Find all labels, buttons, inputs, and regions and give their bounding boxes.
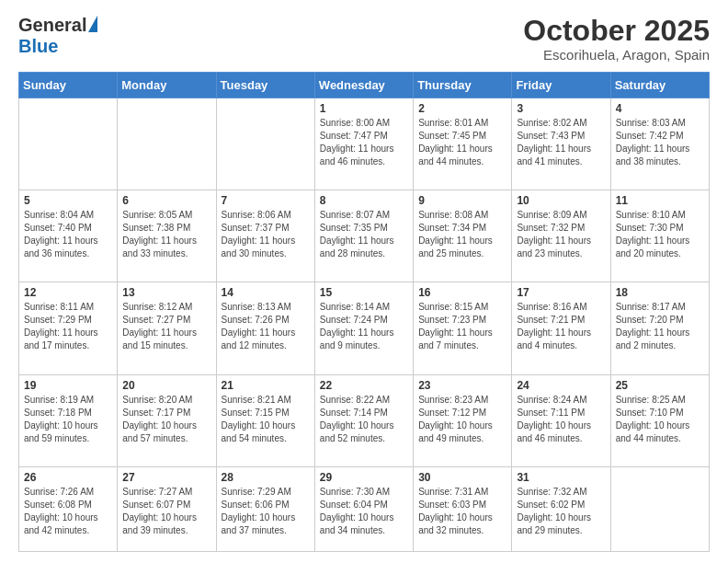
calendar-cell-5-5: 30Sunrise: 7:31 AM Sunset: 6:03 PM Dayli… [414, 466, 512, 551]
day-number: 3 [517, 102, 605, 115]
calendar-cell-4-7: 25Sunrise: 8:25 AM Sunset: 7:10 PM Dayli… [610, 374, 709, 466]
calendar-cell-3-5: 16Sunrise: 8:15 AM Sunset: 7:23 PM Dayli… [414, 282, 512, 374]
day-number: 20 [122, 379, 210, 392]
calendar-header-row: SundayMondayTuesdayWednesdayThursdayFrid… [19, 73, 710, 98]
day-number: 28 [222, 471, 310, 484]
calendar-cell-5-2: 27Sunrise: 7:27 AM Sunset: 6:07 PM Dayli… [118, 466, 216, 551]
day-number: 22 [320, 379, 408, 392]
calendar-cell-3-7: 18Sunrise: 8:17 AM Sunset: 7:20 PM Dayli… [610, 282, 709, 374]
day-info: Sunrise: 8:22 AM Sunset: 7:14 PM Dayligh… [320, 394, 408, 445]
calendar-cell-4-5: 23Sunrise: 8:23 AM Sunset: 7:12 PM Dayli… [414, 374, 512, 466]
day-header-tuesday: Tuesday [216, 73, 314, 98]
day-info: Sunrise: 8:13 AM Sunset: 7:26 PM Dayligh… [222, 301, 310, 352]
calendar-cell-1-5: 2Sunrise: 8:01 AM Sunset: 7:45 PM Daylig… [414, 98, 512, 190]
day-info: Sunrise: 8:12 AM Sunset: 7:27 PM Dayligh… [122, 301, 210, 352]
calendar-cell-2-5: 9Sunrise: 8:08 AM Sunset: 7:34 PM Daylig… [414, 190, 512, 282]
day-info: Sunrise: 8:19 AM Sunset: 7:18 PM Dayligh… [24, 394, 112, 445]
day-info: Sunrise: 8:02 AM Sunset: 7:43 PM Dayligh… [517, 117, 605, 168]
calendar-cell-2-4: 8Sunrise: 8:07 AM Sunset: 7:35 PM Daylig… [314, 190, 413, 282]
logo-general: General [18, 15, 86, 36]
day-info: Sunrise: 8:09 AM Sunset: 7:32 PM Dayligh… [517, 209, 605, 260]
day-info: Sunrise: 7:30 AM Sunset: 6:04 PM Dayligh… [320, 486, 408, 537]
day-number: 25 [616, 379, 704, 392]
day-info: Sunrise: 7:32 AM Sunset: 6:02 PM Dayligh… [517, 486, 605, 537]
calendar-cell-4-1: 19Sunrise: 8:19 AM Sunset: 7:18 PM Dayli… [19, 374, 118, 466]
day-number: 31 [517, 471, 605, 484]
day-number: 14 [222, 286, 310, 299]
day-info: Sunrise: 8:25 AM Sunset: 7:10 PM Dayligh… [616, 394, 704, 445]
day-number: 12 [24, 286, 112, 299]
calendar-cell-1-4: 1Sunrise: 8:00 AM Sunset: 7:47 PM Daylig… [314, 98, 413, 190]
day-info: Sunrise: 7:27 AM Sunset: 6:07 PM Dayligh… [122, 486, 210, 537]
day-number: 11 [616, 194, 704, 207]
day-number: 1 [320, 102, 408, 115]
calendar-cell-2-6: 10Sunrise: 8:09 AM Sunset: 7:32 PM Dayli… [512, 190, 610, 282]
day-number: 10 [517, 194, 605, 207]
day-header-saturday: Saturday [610, 73, 709, 98]
calendar-cell-4-2: 20Sunrise: 8:20 AM Sunset: 7:17 PM Dayli… [118, 374, 216, 466]
calendar-cell-1-1 [19, 98, 118, 190]
calendar-cell-2-7: 11Sunrise: 8:10 AM Sunset: 7:30 PM Dayli… [610, 190, 709, 282]
calendar-cell-2-1: 5Sunrise: 8:04 AM Sunset: 7:40 PM Daylig… [19, 190, 118, 282]
day-number: 24 [517, 379, 605, 392]
day-info: Sunrise: 8:05 AM Sunset: 7:38 PM Dayligh… [122, 209, 210, 260]
day-info: Sunrise: 8:23 AM Sunset: 7:12 PM Dayligh… [418, 394, 506, 445]
title-area: October 2025 Escorihuela, Aragon, Spain [523, 15, 710, 63]
day-header-sunday: Sunday [19, 73, 118, 98]
week-row-2: 5Sunrise: 8:04 AM Sunset: 7:40 PM Daylig… [19, 190, 710, 282]
month-title: October 2025 [523, 15, 710, 47]
day-number: 2 [418, 102, 506, 115]
day-number: 8 [320, 194, 408, 207]
day-info: Sunrise: 8:14 AM Sunset: 7:24 PM Dayligh… [320, 301, 408, 352]
calendar-cell-3-1: 12Sunrise: 8:11 AM Sunset: 7:29 PM Dayli… [19, 282, 118, 374]
day-info: Sunrise: 7:31 AM Sunset: 6:03 PM Dayligh… [418, 486, 506, 537]
week-row-4: 19Sunrise: 8:19 AM Sunset: 7:18 PM Dayli… [19, 374, 710, 466]
day-number: 29 [320, 471, 408, 484]
logo-triangle-icon [88, 16, 97, 32]
week-row-3: 12Sunrise: 8:11 AM Sunset: 7:29 PM Dayli… [19, 282, 710, 374]
day-info: Sunrise: 8:08 AM Sunset: 7:34 PM Dayligh… [418, 209, 506, 260]
calendar-cell-1-6: 3Sunrise: 8:02 AM Sunset: 7:43 PM Daylig… [512, 98, 610, 190]
calendar-cell-1-3 [216, 98, 314, 190]
calendar-cell-5-6: 31Sunrise: 7:32 AM Sunset: 6:02 PM Dayli… [512, 466, 610, 551]
calendar-cell-1-2 [118, 98, 216, 190]
day-number: 21 [222, 379, 310, 392]
day-info: Sunrise: 8:04 AM Sunset: 7:40 PM Dayligh… [24, 209, 112, 260]
page: General Blue October 2025 Escorihuela, A… [0, 0, 728, 563]
day-number: 26 [24, 471, 112, 484]
calendar-cell-3-2: 13Sunrise: 8:12 AM Sunset: 7:27 PM Dayli… [118, 282, 216, 374]
day-header-friday: Friday [512, 73, 610, 98]
logo-blue: Blue [18, 36, 58, 56]
calendar-cell-5-4: 29Sunrise: 7:30 AM Sunset: 6:04 PM Dayli… [314, 466, 413, 551]
day-info: Sunrise: 8:01 AM Sunset: 7:45 PM Dayligh… [418, 117, 506, 168]
week-row-1: 1Sunrise: 8:00 AM Sunset: 7:47 PM Daylig… [19, 98, 710, 190]
calendar-cell-1-7: 4Sunrise: 8:03 AM Sunset: 7:42 PM Daylig… [610, 98, 709, 190]
header: General Blue October 2025 Escorihuela, A… [18, 15, 710, 63]
day-header-wednesday: Wednesday [314, 73, 413, 98]
day-number: 4 [616, 102, 704, 115]
day-info: Sunrise: 8:24 AM Sunset: 7:11 PM Dayligh… [517, 394, 605, 445]
day-info: Sunrise: 7:26 AM Sunset: 6:08 PM Dayligh… [24, 486, 112, 537]
day-number: 23 [418, 379, 506, 392]
location: Escorihuela, Aragon, Spain [523, 47, 710, 63]
day-number: 16 [418, 286, 506, 299]
day-number: 27 [122, 471, 210, 484]
day-number: 5 [24, 194, 112, 207]
day-number: 18 [616, 286, 704, 299]
calendar-cell-5-7 [610, 466, 709, 551]
calendar-cell-2-3: 7Sunrise: 8:06 AM Sunset: 7:37 PM Daylig… [216, 190, 314, 282]
day-info: Sunrise: 8:00 AM Sunset: 7:47 PM Dayligh… [320, 117, 408, 168]
day-number: 19 [24, 379, 112, 392]
day-number: 7 [222, 194, 310, 207]
calendar-cell-4-4: 22Sunrise: 8:22 AM Sunset: 7:14 PM Dayli… [314, 374, 413, 466]
day-header-monday: Monday [118, 73, 216, 98]
logo: General Blue [18, 15, 97, 57]
day-number: 17 [517, 286, 605, 299]
calendar-cell-2-2: 6Sunrise: 8:05 AM Sunset: 7:38 PM Daylig… [118, 190, 216, 282]
calendar-cell-3-6: 17Sunrise: 8:16 AM Sunset: 7:21 PM Dayli… [512, 282, 610, 374]
day-info: Sunrise: 8:10 AM Sunset: 7:30 PM Dayligh… [616, 209, 704, 260]
day-info: Sunrise: 7:29 AM Sunset: 6:06 PM Dayligh… [222, 486, 310, 537]
day-info: Sunrise: 8:20 AM Sunset: 7:17 PM Dayligh… [122, 394, 210, 445]
day-info: Sunrise: 8:06 AM Sunset: 7:37 PM Dayligh… [222, 209, 310, 260]
day-info: Sunrise: 8:15 AM Sunset: 7:23 PM Dayligh… [418, 301, 506, 352]
